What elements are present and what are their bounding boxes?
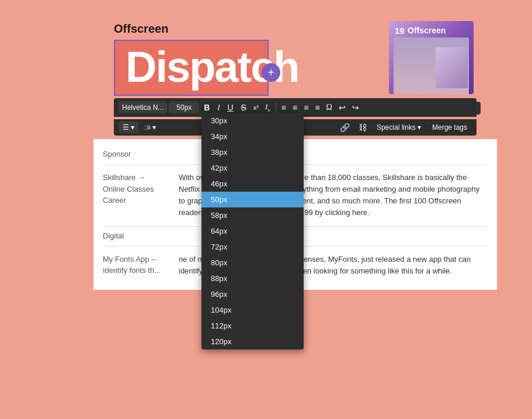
merge-tags-button[interactable]: Merge tags bbox=[427, 122, 472, 133]
size-option-46px[interactable]: 46px bbox=[201, 176, 304, 192]
size-option-80px[interactable]: 80px bbox=[201, 255, 304, 271]
unlink-button[interactable]: ⛓ bbox=[355, 122, 370, 133]
size-option-58px[interactable]: 58px bbox=[201, 207, 304, 223]
list-ordered-button[interactable]: :≡ ▾ bbox=[140, 122, 160, 133]
myfonts-label: My Fonts App –Identify fonts th... bbox=[103, 254, 179, 277]
align-center-button[interactable]: ≡ bbox=[290, 102, 300, 113]
bold-button[interactable]: B bbox=[201, 102, 213, 113]
list-bullet-button[interactable]: ☰ ▾ bbox=[119, 122, 138, 133]
add-element-button[interactable]: + bbox=[262, 63, 280, 82]
strikethrough-button[interactable]: S bbox=[238, 102, 249, 113]
size-option-64px[interactable]: 64px bbox=[201, 223, 304, 239]
issue-number: 19 bbox=[395, 26, 405, 36]
skillshare-label: Skillshare →Online ClassesCareer bbox=[103, 172, 179, 219]
size-option-38px[interactable]: 38px bbox=[201, 144, 304, 160]
size-option-50px[interactable]: 50px bbox=[201, 192, 304, 207]
size-option-72px[interactable]: 72px bbox=[201, 239, 304, 255]
align-right-button[interactable]: ≡ bbox=[301, 102, 311, 113]
dispatch-box: Dispatch bbox=[114, 40, 269, 96]
align-justify-button[interactable]: ≡ bbox=[312, 102, 322, 113]
size-option-104px[interactable]: 104px bbox=[201, 302, 304, 318]
size-option-42px[interactable]: 42px bbox=[201, 160, 304, 176]
redo-button[interactable]: ↪ bbox=[350, 102, 361, 113]
link-button[interactable]: 🔗 bbox=[336, 122, 353, 133]
underline-button[interactable]: U bbox=[224, 102, 236, 113]
size-option-112px[interactable]: 112px bbox=[201, 318, 304, 334]
size-option-88px[interactable]: 88px bbox=[201, 271, 304, 286]
special-links-button[interactable]: Special links ▾ bbox=[372, 122, 426, 133]
omega-button[interactable]: Ω bbox=[324, 102, 335, 113]
dispatch-text: Dispatch bbox=[126, 46, 257, 89]
font-selector[interactable]: Helvetica N... bbox=[119, 102, 167, 113]
section-header: Offscreen bbox=[114, 22, 168, 36]
undo-button[interactable]: ↩ bbox=[336, 102, 348, 113]
digital-label: Digital bbox=[103, 231, 124, 240]
size-option-34px[interactable]: 34px bbox=[201, 129, 304, 144]
magazine-title: Offscreen bbox=[408, 26, 446, 35]
magazine-cover: 19 Offscreen bbox=[389, 21, 474, 94]
italic-script-button[interactable]: Ix bbox=[263, 101, 273, 114]
font-size-dropdown: 30px 34px 38px 42px 46px 50px 58px 64px … bbox=[201, 113, 304, 349]
font-size-selector[interactable]: 50px bbox=[169, 102, 199, 113]
superscript-button[interactable]: x² bbox=[251, 103, 261, 112]
align-left-button[interactable]: ≡ bbox=[279, 102, 288, 113]
size-option-96px[interactable]: 96px bbox=[201, 286, 304, 302]
sponsor-label: Sponsor bbox=[103, 150, 131, 158]
size-option-30px[interactable]: 30px bbox=[201, 113, 304, 129]
size-option-120px[interactable]: 120px bbox=[201, 334, 304, 349]
italic-button[interactable]: I bbox=[214, 102, 222, 113]
